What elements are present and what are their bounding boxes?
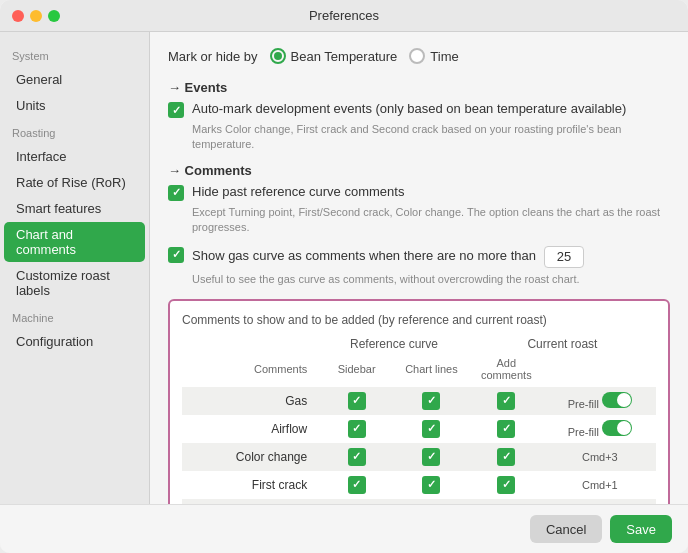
airflow-toggle[interactable] [602,420,632,436]
sidebar-item-customize-roast[interactable]: Customize roast labels [4,263,145,303]
gas-ref-comments-cb[interactable]: ✓ [348,392,366,410]
col-header-add-comments: Add comments [469,355,544,387]
sidebar-item-chart-comments[interactable]: Chart and comments [4,222,145,262]
gas-toggle[interactable] [602,392,632,408]
row-color-change-action: Cmd+3 [544,443,656,471]
sidebar-section-system: System [0,42,149,66]
table-title: Comments to show and to be added (by ref… [182,313,656,327]
table-row: Airflow ✓ ✓ ✓ Pre-fill [182,415,656,443]
auto-mark-checkbox[interactable]: ✓ [168,102,184,118]
row-gas-cur-check[interactable]: ✓ [469,387,544,415]
sidebar-item-general[interactable]: General [4,67,145,92]
airflow-ref-sidebar-cb[interactable]: ✓ [422,420,440,438]
table-row: Gas ✓ ✓ ✓ Pre-fill [182,387,656,415]
row-airflow-ref-sidebar[interactable]: ✓ [394,415,469,443]
airflow-ref-comments-cb[interactable]: ✓ [348,420,366,438]
first-crack-shortcut: Cmd+1 [582,479,618,491]
row-first-crack-ref-sidebar[interactable]: ✓ [394,471,469,499]
hide-past-checkmark: ✓ [172,186,181,199]
airflow-toggle-track[interactable] [602,420,632,436]
row-gas-action: Pre-fill [544,387,656,415]
gas-toggle-track[interactable] [602,392,632,408]
hide-past-text: Hide past reference curve comments [192,184,404,201]
color-change-ref-sidebar-cb[interactable]: ✓ [422,448,440,466]
airflow-cur-cb[interactable]: ✓ [497,420,515,438]
first-crack-ref-comments-cb[interactable]: ✓ [348,476,366,494]
cancel-button[interactable]: Cancel [530,515,602,543]
radio-bean-temp[interactable]: Bean Temperature [270,48,398,64]
airflow-pre-fill-label: Pre-fill [568,426,599,438]
table-row: First crack ✓ ✓ ✓ Cmd+1 [182,471,656,499]
row-color-change-ref-sidebar[interactable]: ✓ [394,443,469,471]
row-gas-label: Gas [182,387,319,415]
radio-bean-label: Bean Temperature [291,49,398,64]
show-gas-helper: Useful to see the gas curve as comments,… [192,272,670,287]
row-first-crack-action: Cmd+1 [544,471,656,499]
mark-hide-label: Mark or hide by [168,49,258,64]
row-gas-ref-comments[interactable]: ✓ [319,387,394,415]
col-header-chart-lines: Chart lines [394,355,469,387]
sidebar-item-configuration[interactable]: Configuration [4,329,145,354]
radio-time[interactable]: Time [409,48,458,64]
row-first-crack-ref-comments[interactable]: ✓ [319,471,394,499]
sidebar-section-roasting: Roasting [0,119,149,143]
radio-time-circle[interactable] [409,48,425,64]
color-change-ref-comments-cb[interactable]: ✓ [348,448,366,466]
gas-toggle-thumb [617,393,631,407]
radio-time-label: Time [430,49,458,64]
hide-past-helper: Except Turning point, First/Second crack… [192,205,670,236]
show-gas-checkbox[interactable]: ✓ [168,247,184,263]
color-change-cur-cb[interactable]: ✓ [497,448,515,466]
events-title-text: → Events [168,80,227,95]
gas-cur-cb[interactable]: ✓ [497,392,515,410]
table-row: Color change ✓ ✓ ✓ Cmd+3 [182,443,656,471]
minimize-button[interactable] [30,10,42,22]
hide-past-row: ✓ Hide past reference curve comments [168,184,670,201]
comments-table-container: Comments to show and to be added (by ref… [168,299,670,504]
show-gas-checkmark: ✓ [172,248,181,261]
row-color-change-cur-check[interactable]: ✓ [469,443,544,471]
preferences-window: Preferences System General Units Roastin… [0,0,688,553]
row-first-crack-label: First crack [182,471,319,499]
row-airflow-label: Airflow [182,415,319,443]
sidebar-item-ror[interactable]: Rate of Rise (RoR) [4,170,145,195]
sidebar-item-interface[interactable]: Interface [4,144,145,169]
maximize-button[interactable] [48,10,60,22]
sidebar-item-smart-features[interactable]: Smart features [4,196,145,221]
row-first-crack-cur-check[interactable]: ✓ [469,471,544,499]
sidebar: System General Units Roasting Interface … [0,32,150,504]
show-gas-row: ✓ Show gas curve as comments when there … [168,246,670,268]
gas-number-input[interactable] [544,246,584,268]
comments-table: Reference curve Current roast Comments S… [182,337,656,504]
comments-title-text: → Comments [168,163,252,178]
hide-past-checkbox[interactable]: ✓ [168,185,184,201]
sidebar-item-units[interactable]: Units [4,93,145,118]
col-group-ref: Reference curve [319,337,469,355]
titlebar: Preferences [0,0,688,32]
gas-ref-sidebar-cb[interactable]: ✓ [422,392,440,410]
mark-hide-row: Mark or hide by Bean Temperature Time [168,48,670,64]
auto-mark-helper: Marks Color change, First crack and Seco… [192,122,670,153]
sidebar-section-machine: Machine [0,304,149,328]
row-airflow-ref-comments[interactable]: ✓ [319,415,394,443]
airflow-toggle-thumb [617,421,631,435]
row-gas-ref-sidebar[interactable]: ✓ [394,387,469,415]
window-title: Preferences [309,8,379,23]
radio-bean-circle[interactable] [270,48,286,64]
row-airflow-cur-check[interactable]: ✓ [469,415,544,443]
first-crack-cur-cb[interactable]: ✓ [497,476,515,494]
content-area: Mark or hide by Bean Temperature Time → … [150,32,688,504]
save-button[interactable]: Save [610,515,672,543]
color-change-shortcut: Cmd+3 [582,451,618,463]
first-crack-ref-sidebar-cb[interactable]: ✓ [422,476,440,494]
traffic-lights [12,10,60,22]
bottom-bar: Cancel Save [0,504,688,553]
row-color-change-ref-comments[interactable]: ✓ [319,443,394,471]
col-header-comments: Comments [182,355,319,387]
show-gas-text: Show gas curve as comments when there ar… [192,248,536,265]
main-content: System General Units Roasting Interface … [0,32,688,504]
comments-section-title: → Comments [168,163,670,178]
close-button[interactable] [12,10,24,22]
row-color-change-label: Color change [182,443,319,471]
auto-mark-checkmark: ✓ [172,104,181,117]
